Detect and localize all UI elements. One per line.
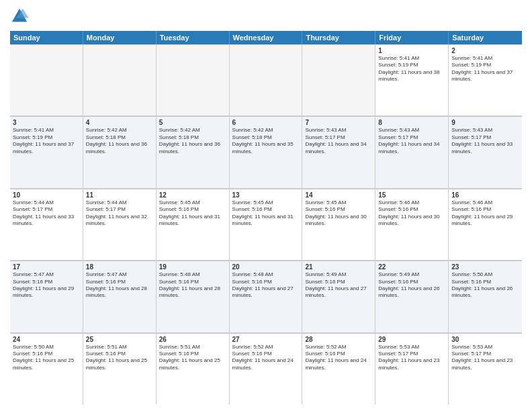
day-cell-8: 8Sunrise: 5:43 AM Sunset: 5:17 PM Daylig… (375, 116, 449, 187)
day-cell-20: 20Sunrise: 5:48 AM Sunset: 5:16 PM Dayli… (230, 261, 303, 332)
cell-info: Sunrise: 5:50 AM Sunset: 5:16 PM Dayligh… (13, 344, 80, 372)
calendar-body: 1Sunrise: 5:41 AM Sunset: 5:19 PM Daylig… (10, 44, 522, 404)
cell-info: Sunrise: 5:51 AM Sunset: 5:16 PM Dayligh… (86, 344, 153, 372)
day-number: 23 (451, 263, 519, 271)
header (10, 7, 522, 26)
day-number: 29 (378, 336, 445, 343)
cell-info: Sunrise: 5:43 AM Sunset: 5:17 PM Dayligh… (451, 127, 519, 155)
day-number: 16 (451, 191, 519, 199)
day-cell-28: 28Sunrise: 5:52 AM Sunset: 5:16 PM Dayli… (302, 333, 375, 404)
day-cell-22: 22Sunrise: 5:49 AM Sunset: 5:16 PM Dayli… (375, 261, 449, 332)
cell-info: Sunrise: 5:47 AM Sunset: 5:16 PM Dayligh… (13, 271, 80, 300)
day-number: 1 (378, 47, 445, 54)
day-number: 19 (159, 263, 226, 271)
day-cell-10: 10Sunrise: 5:44 AM Sunset: 5:17 PM Dayli… (10, 189, 83, 260)
day-cell-29: 29Sunrise: 5:53 AM Sunset: 5:17 PM Dayli… (375, 333, 449, 404)
cell-info: Sunrise: 5:48 AM Sunset: 5:16 PM Dayligh… (159, 271, 226, 300)
header-day-thursday: Thursday (302, 31, 375, 44)
empty-cell (157, 44, 230, 116)
cell-info: Sunrise: 5:46 AM Sunset: 5:16 PM Dayligh… (451, 199, 519, 228)
day-cell-1: 1Sunrise: 5:41 AM Sunset: 5:19 PM Daylig… (375, 44, 449, 116)
day-cell-24: 24Sunrise: 5:50 AM Sunset: 5:16 PM Dayli… (10, 333, 83, 404)
header-day-tuesday: Tuesday (157, 31, 230, 44)
day-number: 21 (305, 263, 372, 271)
header-day-friday: Friday (375, 31, 449, 44)
empty-cell (302, 44, 375, 116)
day-number: 7 (305, 119, 372, 126)
page: SundayMondayTuesdayWednesdayThursdayFrid… (0, 0, 532, 411)
day-number: 6 (232, 119, 300, 126)
calendar-row-4: 17Sunrise: 5:47 AM Sunset: 5:16 PM Dayli… (10, 261, 522, 332)
cell-info: Sunrise: 5:45 AM Sunset: 5:16 PM Dayligh… (159, 199, 226, 228)
cell-info: Sunrise: 5:52 AM Sunset: 5:16 PM Dayligh… (305, 344, 372, 372)
cell-info: Sunrise: 5:41 AM Sunset: 5:19 PM Dayligh… (13, 127, 80, 155)
day-number: 8 (378, 119, 445, 126)
cell-info: Sunrise: 5:43 AM Sunset: 5:17 PM Dayligh… (305, 127, 372, 155)
cell-info: Sunrise: 5:46 AM Sunset: 5:16 PM Dayligh… (378, 199, 445, 228)
day-cell-2: 2Sunrise: 5:41 AM Sunset: 5:19 PM Daylig… (449, 44, 522, 116)
day-number: 26 (159, 336, 226, 343)
cell-info: Sunrise: 5:44 AM Sunset: 5:17 PM Dayligh… (86, 199, 153, 228)
day-cell-4: 4Sunrise: 5:42 AM Sunset: 5:18 PM Daylig… (83, 116, 157, 187)
calendar-row-5: 24Sunrise: 5:50 AM Sunset: 5:16 PM Dayli… (10, 333, 522, 404)
day-cell-5: 5Sunrise: 5:42 AM Sunset: 5:18 PM Daylig… (157, 116, 230, 187)
day-number: 30 (451, 336, 519, 343)
cell-info: Sunrise: 5:53 AM Sunset: 5:17 PM Dayligh… (451, 344, 519, 372)
day-cell-25: 25Sunrise: 5:51 AM Sunset: 5:16 PM Dayli… (83, 333, 157, 404)
cell-info: Sunrise: 5:42 AM Sunset: 5:18 PM Dayligh… (159, 127, 226, 155)
header-day-monday: Monday (83, 31, 157, 44)
logo-icon (10, 7, 29, 26)
day-number: 17 (13, 263, 80, 271)
day-cell-7: 7Sunrise: 5:43 AM Sunset: 5:17 PM Daylig… (302, 116, 375, 187)
day-number: 20 (232, 263, 300, 271)
cell-info: Sunrise: 5:49 AM Sunset: 5:16 PM Dayligh… (305, 271, 372, 300)
cell-info: Sunrise: 5:53 AM Sunset: 5:17 PM Dayligh… (378, 344, 445, 372)
logo (10, 7, 32, 26)
cell-info: Sunrise: 5:42 AM Sunset: 5:18 PM Dayligh… (86, 127, 153, 155)
header-day-wednesday: Wednesday (230, 31, 303, 44)
cell-info: Sunrise: 5:41 AM Sunset: 5:19 PM Dayligh… (451, 55, 519, 83)
day-cell-27: 27Sunrise: 5:52 AM Sunset: 5:16 PM Dayli… (230, 333, 303, 404)
cell-info: Sunrise: 5:43 AM Sunset: 5:17 PM Dayligh… (378, 127, 445, 155)
day-cell-14: 14Sunrise: 5:45 AM Sunset: 5:16 PM Dayli… (302, 189, 375, 260)
day-cell-13: 13Sunrise: 5:45 AM Sunset: 5:16 PM Dayli… (230, 189, 303, 260)
cell-info: Sunrise: 5:42 AM Sunset: 5:18 PM Dayligh… (232, 127, 300, 155)
empty-cell (230, 44, 303, 116)
day-number: 15 (378, 191, 445, 199)
day-cell-12: 12Sunrise: 5:45 AM Sunset: 5:16 PM Dayli… (157, 189, 230, 260)
day-number: 5 (159, 119, 226, 126)
day-number: 27 (232, 336, 300, 343)
day-cell-9: 9Sunrise: 5:43 AM Sunset: 5:17 PM Daylig… (449, 116, 522, 187)
cell-info: Sunrise: 5:47 AM Sunset: 5:16 PM Dayligh… (86, 271, 153, 300)
day-number: 13 (232, 191, 300, 199)
header-day-saturday: Saturday (449, 31, 522, 44)
day-number: 28 (305, 336, 372, 343)
day-number: 14 (305, 191, 372, 199)
cell-info: Sunrise: 5:52 AM Sunset: 5:16 PM Dayligh… (232, 344, 300, 372)
day-cell-26: 26Sunrise: 5:51 AM Sunset: 5:16 PM Dayli… (157, 333, 230, 404)
day-number: 25 (86, 336, 153, 343)
cell-info: Sunrise: 5:51 AM Sunset: 5:16 PM Dayligh… (159, 344, 226, 372)
day-cell-11: 11Sunrise: 5:44 AM Sunset: 5:17 PM Dayli… (83, 189, 157, 260)
day-cell-6: 6Sunrise: 5:42 AM Sunset: 5:18 PM Daylig… (230, 116, 303, 187)
cell-info: Sunrise: 5:41 AM Sunset: 5:19 PM Dayligh… (378, 55, 445, 83)
calendar-row-2: 3Sunrise: 5:41 AM Sunset: 5:19 PM Daylig… (10, 116, 522, 188)
day-number: 22 (378, 263, 445, 271)
cell-info: Sunrise: 5:49 AM Sunset: 5:16 PM Dayligh… (378, 271, 445, 300)
calendar-row-1: 1Sunrise: 5:41 AM Sunset: 5:19 PM Daylig… (10, 44, 522, 116)
cell-info: Sunrise: 5:48 AM Sunset: 5:16 PM Dayligh… (232, 271, 300, 300)
cell-info: Sunrise: 5:45 AM Sunset: 5:16 PM Dayligh… (232, 199, 300, 228)
day-number: 4 (86, 119, 153, 126)
day-number: 10 (13, 191, 80, 199)
day-cell-18: 18Sunrise: 5:47 AM Sunset: 5:16 PM Dayli… (83, 261, 157, 332)
empty-cell (83, 44, 157, 116)
header-day-sunday: Sunday (10, 31, 83, 44)
empty-cell (10, 44, 83, 116)
calendar-row-3: 10Sunrise: 5:44 AM Sunset: 5:17 PM Dayli… (10, 189, 522, 261)
day-number: 3 (13, 119, 80, 126)
day-cell-17: 17Sunrise: 5:47 AM Sunset: 5:16 PM Dayli… (10, 261, 83, 332)
day-number: 18 (86, 263, 153, 271)
day-number: 9 (451, 119, 519, 126)
cell-info: Sunrise: 5:45 AM Sunset: 5:16 PM Dayligh… (305, 199, 372, 228)
day-cell-23: 23Sunrise: 5:50 AM Sunset: 5:16 PM Dayli… (449, 261, 522, 332)
